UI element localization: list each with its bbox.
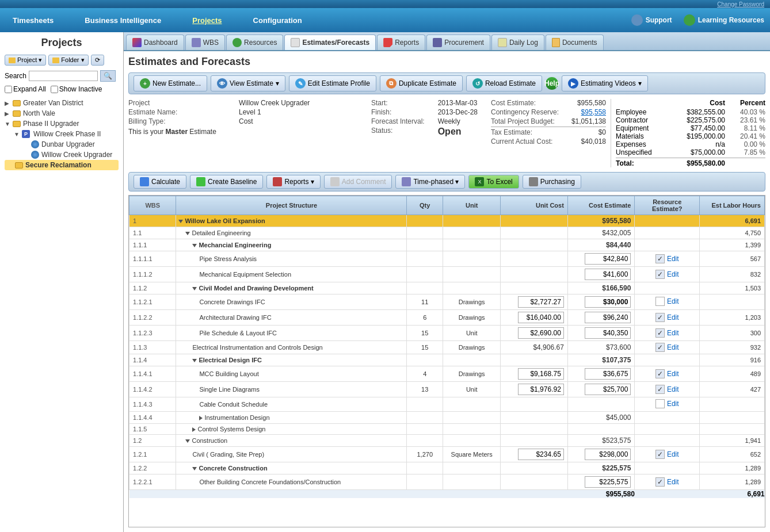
table-footer-row: $955,580 6,691 [129,490,765,499]
checkbox[interactable]: ✓ [655,343,665,352]
tree-item-willow-creek[interactable]: Willow Creek Upgrader [23,150,119,160]
create-baseline-btn[interactable]: Create Baseline [190,175,263,189]
estimating-videos-btn[interactable]: ▶ Estimating Videos ▾ [562,75,648,91]
edit-link[interactable]: Edit [667,270,679,278]
project-btn[interactable]: Project ▾ [5,55,46,66]
cost-input[interactable] [585,296,631,308]
checkbox[interactable]: ✓ [655,477,665,487]
tab-icon-procurement [433,38,442,47]
cost-input[interactable] [585,327,631,339]
checkbox[interactable]: ✓ [655,450,665,459]
unit-cell: Unit [443,382,501,397]
search-button[interactable]: 🔍 [100,70,116,82]
calculate-icon [140,177,149,186]
checkbox-empty[interactable] [655,399,665,408]
edit-estimate-btn[interactable]: ✎ Edit Estimate Profile [289,75,376,91]
tab-reports[interactable]: Reports [377,35,425,50]
expand-all-checkbox[interactable] [5,86,12,93]
tree-item-phase2[interactable]: ▼ Phase II Upgrader [5,118,119,129]
table-row: 1.2.1 Civil ( Grading, Site Prep) 1,270 … [129,447,765,462]
structure-cell: Mechancial Engineering [176,239,407,251]
tab-daily-log[interactable]: Daily Log [491,35,544,50]
edit-link[interactable]: Edit [667,370,679,378]
unit-cost-input[interactable] [518,327,564,339]
info-mid: Start: 2013-Mar-03 Finish: 2013-Dec-28 F… [371,99,486,167]
tree-item-greater-van[interactable]: ▶ Greater Van District [5,98,119,108]
cost-input[interactable] [585,449,631,460]
edit-link[interactable]: Edit [667,297,679,305]
unit-cell: Square Meters [443,447,501,462]
checkbox[interactable]: ✓ [655,369,665,378]
show-inactive-checkbox[interactable] [51,86,58,93]
cost-input[interactable] [585,253,631,265]
cost-input[interactable] [585,476,631,488]
duplicate-estimate-btn[interactable]: ⧉ Duplicate Estimate [380,75,463,91]
qty-cell [407,474,443,490]
cost-input[interactable] [585,269,631,280]
tree-item-dunbar[interactable]: Dunbar Upgrader [23,139,119,150]
tab-dashboard[interactable]: Dashboard [126,35,184,50]
cost-input[interactable] [585,312,631,323]
checkbox[interactable]: ✓ [655,270,665,279]
view-estimate-btn[interactable]: 👁 View Estimate ▾ [211,75,285,91]
edit-link[interactable]: Edit [667,478,679,486]
search-input[interactable] [29,71,98,81]
calculate-btn[interactable]: Calculate [134,175,186,189]
edit-link[interactable]: Edit [667,385,679,393]
tree-item-willow-phase2[interactable]: ▼ P Willow Creek Phase II [14,129,119,139]
sidebar-toolbar: Project ▾ Folder ▾ ⟳ [5,55,119,66]
time-phased-btn[interactable]: Time-phased ▾ [395,175,465,189]
unit-cost-input[interactable] [518,449,564,460]
qty-cell [407,215,443,227]
edit-link[interactable]: Edit [667,313,679,322]
wbs-cell: 1.1.2.3 [129,326,176,341]
edit-link[interactable]: Edit [667,450,679,458]
estimates-table-container[interactable]: WBS Project Structure Qty Unit Unit Cost… [128,195,765,527]
new-estimate-btn[interactable]: + New Estimate... [134,75,207,91]
edit-link[interactable]: Edit [667,329,679,337]
cost-input[interactable] [585,368,631,380]
change-password-link[interactable]: Change Password [717,1,764,7]
table-row: 1.1.4.1 MCC Building Layout 4 Drawings ✓… [129,366,765,382]
tab-procurement[interactable]: Procurement [426,35,490,50]
cost-input[interactable] [585,384,631,395]
checkbox[interactable]: ✓ [655,254,665,263]
tree-item-secure[interactable]: Secure Reclamation [5,160,119,170]
nav-configuration[interactable]: Configuration [246,13,309,28]
checkbox[interactable]: ✓ [655,328,665,338]
expand-all-label[interactable]: Expand All [5,85,46,93]
tab-resources[interactable]: Resources [226,35,283,50]
nav-projects[interactable]: Projects [185,13,228,28]
unit-cost-input[interactable] [518,296,564,308]
reports-btn[interactable]: Reports ▾ [266,175,320,189]
tab-estimates[interactable]: Estimates/Forecasts [284,35,376,50]
unit-cost-input[interactable] [518,312,564,323]
purchasing-btn[interactable]: Purchasing [523,175,581,189]
to-excel-btn[interactable]: X To Excel [468,175,519,189]
tab-wbs[interactable]: WBS [185,35,225,50]
cost-est-cell [567,424,635,435]
resource-cell: Edit [635,397,700,412]
checkbox[interactable]: ✓ [655,385,665,394]
nav-learning[interactable]: Learning Resources [684,14,764,26]
checkbox-empty[interactable] [655,297,665,306]
labor-cell: 1,203 [700,310,765,326]
nav-business-intelligence[interactable]: Business Intelligence [78,13,168,28]
help-btn[interactable]: Help [546,77,558,90]
folder-btn[interactable]: Folder ▾ [48,55,88,66]
checkbox[interactable]: ✓ [655,313,665,322]
tab-documents[interactable]: Documents [546,35,604,50]
edit-link[interactable]: Edit [667,255,679,263]
nav-support[interactable]: Support [631,14,672,26]
tree-item-north-vale[interactable]: ▶ North Vale [5,108,119,118]
reload-estimate-btn[interactable]: ↺ Reload Estimate [466,75,542,91]
show-inactive-label[interactable]: Show Inactive [51,85,102,93]
nav-timesheets[interactable]: Timesheets [6,13,60,28]
refresh-btn[interactable]: ⟳ [91,55,104,66]
unit-cost-input[interactable] [518,384,564,395]
edit-link[interactable]: Edit [667,400,679,408]
add-comment-btn[interactable]: Add Comment [324,175,392,189]
contingency-value[interactable]: $95,558 [571,108,606,116]
unit-cost-input[interactable] [518,368,564,380]
edit-link[interactable]: Edit [667,343,679,351]
